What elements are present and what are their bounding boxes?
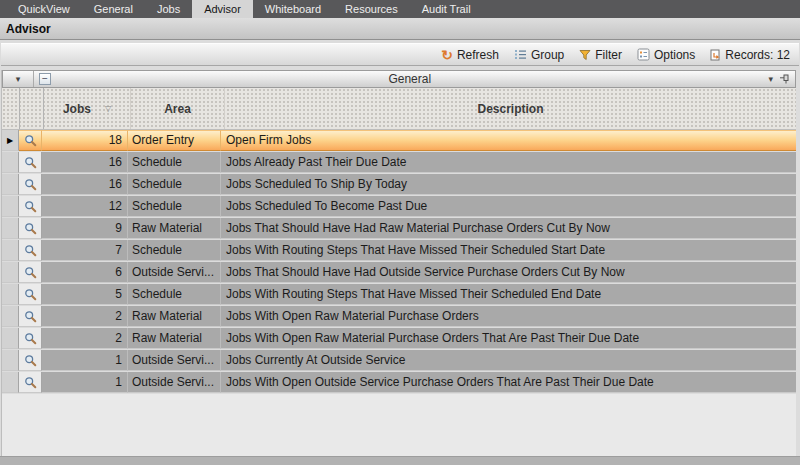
records-button[interactable]: Records: 12 [710,48,790,62]
band-menu-chevron-icon[interactable]: ▾ [768,75,773,84]
cell-jobs: 16 [42,174,128,195]
tab-whiteboard[interactable]: Whiteboard [253,0,333,18]
cell-description: Jobs Currently At Outside Service [221,350,796,371]
records-icon [710,49,721,61]
cell-jobs: 7 [42,240,128,261]
row-detail-button[interactable] [19,152,42,173]
magnifier-icon [24,244,37,257]
cell-area: Raw Material [128,218,221,239]
table-row[interactable]: ▶ 18 Order Entry Open Firm Jobs [2,130,796,152]
magnifier-icon [24,200,37,213]
cell-description: Jobs That Should Have Had Outside Servic… [221,262,796,283]
magnifier-icon [24,376,37,389]
page-title: Advisor [0,18,800,40]
pin-icon[interactable] [779,74,790,84]
cell-description: Jobs That Should Have Had Raw Material P… [221,218,796,239]
table-row[interactable]: 7 Schedule Jobs With Routing Steps That … [2,240,796,262]
tab-audit-trail[interactable]: Audit Trail [410,0,483,18]
magnifier-icon [24,222,37,235]
row-detail-button[interactable] [19,306,42,327]
row-indicator-cell [2,262,19,283]
cell-description: Jobs With Routing Steps That Have Missed… [221,240,796,261]
cell-jobs: 18 [42,130,128,151]
cell-jobs: 1 [42,372,128,393]
row-detail-button[interactable] [19,218,42,239]
magnifier-icon [24,310,37,323]
cell-jobs: 2 [42,328,128,349]
row-detail-button[interactable] [19,262,42,283]
table-row[interactable]: 2 Raw Material Jobs With Open Raw Materi… [2,328,796,350]
cell-description: Open Firm Jobs [221,130,796,151]
table-row[interactable]: 9 Raw Material Jobs That Should Have Had… [2,218,796,240]
row-indicator-cell [2,174,19,195]
row-detail-button[interactable] [19,130,42,151]
column-header-description[interactable]: Description [225,88,796,129]
row-indicator-cell [2,328,19,349]
row-detail-button[interactable] [19,328,42,349]
magnifier-icon [24,354,37,367]
cell-area: Schedule [128,240,221,261]
magnifier-icon [24,332,37,345]
group-band: ▾ − General ▾ [2,70,796,88]
row-indicator-cell [2,240,19,261]
sort-descending-icon: ▽ [105,104,111,113]
cell-jobs: 5 [42,284,128,305]
table-row[interactable]: 2 Raw Material Jobs With Open Raw Materi… [2,306,796,328]
row-detail-button[interactable] [19,240,42,261]
band-title: General [51,72,768,86]
row-indicator-cell [2,152,19,173]
filter-button[interactable]: Filter [579,48,622,62]
row-indicator-cell [2,196,19,217]
cell-jobs: 2 [42,306,128,327]
cell-area: Outside Servi... [128,262,221,283]
group-button[interactable]: Group [514,48,564,62]
row-detail-button[interactable] [19,196,42,217]
cell-jobs: 16 [42,152,128,173]
cell-area: Outside Servi... [128,350,221,371]
row-detail-button[interactable] [19,174,42,195]
magnifier-icon [24,266,37,279]
cell-area: Outside Servi... [128,372,221,393]
column-header-row: Jobs ▽ Area Description [2,88,796,130]
bottom-status-strip [0,456,800,465]
tab-jobs[interactable]: Jobs [145,0,192,18]
chevron-down-icon: ▾ [16,75,21,84]
cell-description: Jobs With Open Outside Service Purchase … [221,372,796,393]
row-detail-button[interactable] [19,372,42,393]
grid-empty-area [2,394,796,456]
row-indicator-cell: ▶ [2,130,19,151]
cell-description: Jobs Scheduled To Ship By Today [221,174,796,195]
row-detail-button[interactable] [19,284,42,305]
options-button[interactable]: Options [637,48,695,62]
tab-bar: QuickViewGeneralJobsAdvisorWhiteboardRes… [0,0,800,18]
cell-area: Schedule [128,174,221,195]
band-dropdown-button[interactable]: ▾ [3,71,34,87]
magnifier-icon [24,134,37,147]
table-row[interactable]: 1 Outside Servi... Jobs Currently At Out… [2,350,796,372]
table-row[interactable]: 1 Outside Servi... Jobs With Open Outsid… [2,372,796,394]
column-header-jobs[interactable]: Jobs ▽ [44,88,131,129]
magnifier-icon [24,178,37,191]
row-indicator-cell [2,372,19,393]
cell-description: Jobs With Open Raw Material Purchase Ord… [221,328,796,349]
cell-description: Jobs With Routing Steps That Have Missed… [221,284,796,305]
tab-resources[interactable]: Resources [333,0,410,18]
cell-jobs: 1 [42,350,128,371]
table-row[interactable]: 16 Schedule Jobs Scheduled To Ship By To… [2,174,796,196]
column-header-area[interactable]: Area [131,88,225,129]
tab-general[interactable]: General [82,0,145,18]
tab-advisor[interactable]: Advisor [192,0,253,18]
table-row[interactable]: 5 Schedule Jobs With Routing Steps That … [2,284,796,306]
group-icon [514,49,527,60]
table-row[interactable]: 16 Schedule Jobs Already Past Their Due … [2,152,796,174]
toolbar: ↻ Refresh Group Filter Options [1,43,799,66]
table-row[interactable]: 6 Outside Servi... Jobs That Should Have… [2,262,796,284]
refresh-button[interactable]: ↻ Refresh [441,48,499,62]
options-icon [637,48,650,61]
row-detail-button[interactable] [19,350,42,371]
tab-quickview[interactable]: QuickView [6,0,82,18]
collapse-band-button[interactable]: − [39,73,51,85]
table-row[interactable]: 12 Schedule Jobs Scheduled To Become Pas… [2,196,796,218]
cell-area: Order Entry [128,130,221,151]
row-indicator-cell [2,284,19,305]
